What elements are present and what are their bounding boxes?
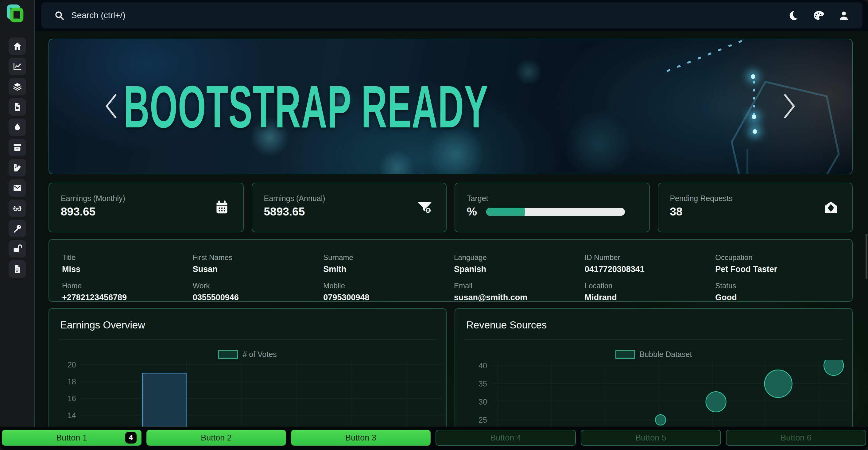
palette-icon[interactable]	[813, 10, 824, 21]
archive-box-icon	[12, 143, 22, 152]
swatchbook-icon	[12, 163, 22, 173]
field-value: Spanish	[454, 265, 585, 274]
footer-button-6[interactable]: Button 6	[726, 430, 866, 446]
footer-button-label: Button 5	[636, 433, 666, 443]
profile-field-title: TitleMiss	[62, 253, 193, 274]
circuit-dots	[753, 81, 755, 121]
field-value: Susan	[193, 265, 323, 274]
glow-dot	[752, 115, 756, 119]
divider	[464, 339, 843, 339]
user-icon[interactable]	[838, 10, 849, 21]
footer-button-label: Button 4	[490, 433, 521, 443]
svg-text:30: 30	[478, 397, 487, 406]
layers-icon	[12, 82, 22, 91]
search-box[interactable]	[54, 10, 787, 21]
sidebar-item-archive-box[interactable]	[9, 139, 26, 156]
footer-button-2[interactable]: Button 2	[146, 430, 286, 446]
sidebar-item-file-lines[interactable]	[9, 260, 26, 278]
sidebar-item-file-invoice[interactable]	[9, 98, 26, 116]
envelope-icon	[12, 183, 22, 193]
bokeh-glow	[378, 149, 415, 174]
stat-card-target: Target%	[455, 183, 650, 232]
sidebar-item-glasses[interactable]	[9, 200, 26, 217]
chart-title: Revenue Sources	[466, 319, 547, 331]
sidebar-item-home[interactable]	[9, 37, 26, 55]
sidebar-item-swatchbook[interactable]	[9, 159, 26, 177]
carousel-prev-button[interactable]	[100, 90, 122, 123]
stat-value: 893.65	[61, 205, 95, 218]
chart-legend[interactable]: Bubble Dataset	[455, 350, 852, 359]
svg-text:$: $	[427, 208, 429, 213]
sidebar-item-lock-open[interactable]	[9, 240, 26, 258]
sidebar-item-envelope[interactable]	[9, 179, 26, 197]
profile-field-email: Emailsusan@smith.com	[454, 281, 585, 302]
scrollbar-thumb[interactable]	[866, 234, 867, 279]
field-label: ID Number	[585, 253, 715, 262]
legend-label: # of Votes	[243, 350, 277, 359]
field-label: Mobile	[323, 281, 454, 290]
field-value: Pet Food Taster	[715, 265, 846, 274]
footer-button-4[interactable]: Button 4	[436, 430, 576, 446]
profile-field-id-number: ID Number0417720308341	[585, 253, 715, 274]
field-value: susan@smith.com	[454, 293, 585, 302]
field-value: Smith	[323, 265, 454, 274]
sidebar-item-layers[interactable]	[9, 78, 26, 95]
moon-icon[interactable]	[787, 10, 799, 21]
footer-button-3[interactable]: Button 3	[291, 430, 431, 446]
stat-value-row: %	[467, 205, 649, 218]
footer-button-5[interactable]: Button 5	[581, 430, 721, 446]
field-label: Home	[62, 281, 193, 290]
top-navbar	[41, 2, 863, 28]
chart-legend[interactable]: # of Votes	[49, 350, 446, 359]
profile-field-surname: SurnameSmith	[323, 253, 454, 274]
chart-title: Earnings Overview	[60, 319, 145, 331]
svg-text:16: 16	[67, 394, 76, 403]
notification-badge: 4	[125, 432, 136, 444]
sidebar-item-chart-line[interactable]	[9, 58, 26, 75]
field-label: Occupation	[715, 253, 846, 262]
field-value: Good	[715, 293, 846, 302]
field-label: Email	[454, 281, 585, 290]
profile-field-location: LocationMidrand	[585, 281, 715, 302]
field-value: 0795300948	[323, 293, 454, 302]
field-value: 0355500946	[193, 293, 323, 302]
sidebar-item-droplet[interactable]	[9, 119, 26, 136]
carousel-next-button[interactable]	[779, 90, 801, 123]
profile-field-first-names: First NamesSusan	[193, 253, 323, 274]
field-value: Midrand	[585, 293, 715, 302]
app-logo[interactable]	[5, 4, 26, 25]
legend-swatch	[218, 350, 238, 359]
stat-value: %	[467, 205, 477, 218]
profile-field-work: Work0355500946	[193, 281, 323, 302]
footer-button-label: Button 1	[56, 433, 87, 443]
glow-dot	[751, 74, 755, 79]
key-icon	[12, 224, 22, 233]
droplet-icon	[12, 122, 22, 132]
sidebar	[0, 0, 35, 450]
circuit-dots-diagonal	[666, 39, 761, 72]
field-value: +2782123456789	[62, 293, 193, 302]
field-label: Status	[715, 281, 846, 290]
stat-card-earnings-monthly: Earnings (Monthly)893.65	[49, 183, 244, 232]
svg-text:20: 20	[67, 360, 76, 369]
glasses-icon	[12, 204, 22, 213]
stat-card-pending-requests: Pending Requests38	[658, 183, 853, 232]
footer-button-label: Button 3	[345, 433, 376, 443]
footer-button-1[interactable]: Button 14	[2, 430, 142, 446]
file-invoice-icon	[12, 102, 22, 112]
target-progress-fill	[486, 208, 525, 216]
field-label: Surname	[323, 253, 454, 262]
sidebar-item-key[interactable]	[9, 220, 26, 237]
profile-card: TitleMissFirst NamesSusanSurnameSmithLan…	[49, 239, 852, 302]
divider	[58, 339, 437, 339]
field-value: Miss	[62, 265, 193, 274]
stat-label: Target	[467, 194, 649, 203]
app-window: BOOTSTRAP READY Earnings (Monthly)893.65…	[0, 0, 868, 450]
svg-text:14: 14	[67, 411, 76, 420]
profile-field-status: StatusGood	[715, 281, 846, 302]
footer-button-label: Button 6	[780, 433, 811, 443]
svg-text:25: 25	[478, 416, 487, 424]
field-label: First Names	[193, 253, 323, 262]
search-input[interactable]	[71, 10, 287, 21]
home-icon	[12, 41, 22, 51]
